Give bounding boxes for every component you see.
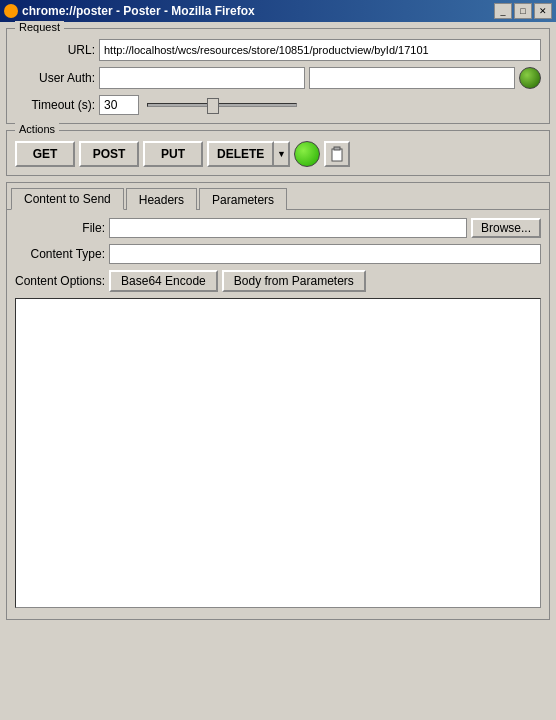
content-options-label: Content Options: <box>15 274 105 288</box>
content-type-label: Content Type: <box>15 247 105 261</box>
url-label: URL: <box>15 43 95 57</box>
tab-headers[interactable]: Headers <box>126 188 197 210</box>
send-button[interactable] <box>294 141 320 167</box>
slider-thumb[interactable] <box>207 98 219 114</box>
content-type-row: Content Type: <box>15 244 541 264</box>
title-bar-text: chrome://poster - Poster - Mozilla Firef… <box>4 4 255 18</box>
delete-wrapper: DELETE ▼ <box>207 141 290 167</box>
user-auth-label: User Auth: <box>15 71 95 85</box>
timeout-label: Timeout (s): <box>15 98 95 112</box>
request-group-label: Request <box>15 21 64 33</box>
svg-rect-0 <box>332 149 342 161</box>
body-from-params-button[interactable]: Body from Parameters <box>222 270 366 292</box>
window-body: Request URL: User Auth: Timeout (s): Act… <box>0 22 556 720</box>
clipboard-button[interactable] <box>324 141 350 167</box>
tab-content-to-send[interactable]: Content to Send <box>11 188 124 210</box>
close-button[interactable]: ✕ <box>534 3 552 19</box>
svg-rect-1 <box>334 147 340 150</box>
delete-dropdown-button[interactable]: ▼ <box>274 141 290 167</box>
tab-parameters[interactable]: Parameters <box>199 188 287 210</box>
title-bar: chrome://poster - Poster - Mozilla Firef… <box>0 0 556 22</box>
file-row: File: Browse... <box>15 218 541 238</box>
url-row: URL: <box>15 39 541 61</box>
actions-group: Actions GET POST PUT DELETE ▼ <box>6 130 550 176</box>
timeout-slider[interactable] <box>147 103 297 107</box>
tab-header: Content to Send Headers Parameters <box>7 183 549 210</box>
get-button[interactable]: GET <box>15 141 75 167</box>
file-label: File: <box>15 221 105 235</box>
content-textarea[interactable] <box>15 298 541 608</box>
actions-group-label: Actions <box>15 123 59 135</box>
title-bar-buttons: _ □ ✕ <box>494 3 552 19</box>
put-button[interactable]: PUT <box>143 141 203 167</box>
content-options-row: Content Options: Base64 Encode Body from… <box>15 270 541 292</box>
tab-content-body: File: Browse... Content Type: Content Op… <box>7 210 549 619</box>
minimize-button[interactable]: _ <box>494 3 512 19</box>
window-title: chrome://poster - Poster - Mozilla Firef… <box>22 4 255 18</box>
timeout-input[interactable] <box>99 95 139 115</box>
user-auth-password-input[interactable] <box>309 67 515 89</box>
firefox-icon <box>4 4 18 18</box>
delete-button[interactable]: DELETE <box>207 141 274 167</box>
auth-indicator[interactable] <box>519 67 541 89</box>
request-group: Request URL: User Auth: Timeout (s): <box>6 28 550 124</box>
file-input[interactable] <box>109 218 467 238</box>
timeout-slider-container <box>147 103 541 107</box>
base64-encode-button[interactable]: Base64 Encode <box>109 270 218 292</box>
user-auth-row: User Auth: <box>15 67 541 89</box>
actions-row: GET POST PUT DELETE ▼ <box>15 141 541 167</box>
tab-panel: Content to Send Headers Parameters File:… <box>6 182 550 620</box>
clipboard-icon <box>330 146 344 162</box>
user-auth-username-input[interactable] <box>99 67 305 89</box>
maximize-button[interactable]: □ <box>514 3 532 19</box>
url-input[interactable] <box>99 39 541 61</box>
browse-button[interactable]: Browse... <box>471 218 541 238</box>
post-button[interactable]: POST <box>79 141 139 167</box>
content-type-input[interactable] <box>109 244 541 264</box>
timeout-row: Timeout (s): <box>15 95 541 115</box>
